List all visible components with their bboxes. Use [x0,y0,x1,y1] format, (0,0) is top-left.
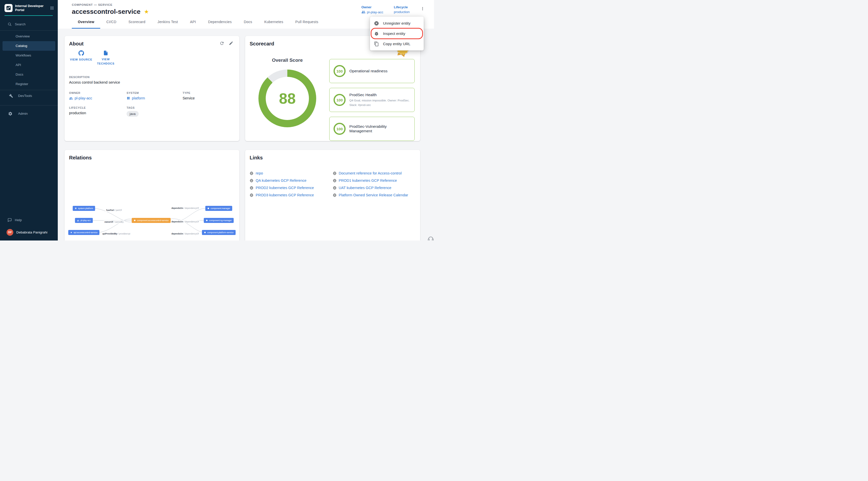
description-section: DESCRIPTION Access control backend servi… [69,75,235,84]
sidebar-item-label: Admin [18,112,28,116]
tab-kubernetes[interactable]: Kubernetes [258,15,289,29]
people-icon [69,96,73,100]
link-label: PROD2 kubernetes GCP Reference [256,186,314,190]
link-label: UAT kubernetes GCP Reference [339,186,392,190]
divider [0,105,58,105]
sidebar-item-label: API [16,63,21,67]
edit-pencil-icon[interactable] [229,41,233,46]
sidebar-item-admin[interactable]: Admin [2,109,55,119]
graph-node-label: system:platform [78,207,93,210]
link-item[interactable]: PROD2 kubernetes GCP Reference [250,186,333,190]
graph-node-component-platform-service[interactable]: component:platform-service [202,230,236,235]
sidebar-item-label: Overview [16,34,30,38]
graph-node-api-accesscontrol-service[interactable]: api:accesscontrol-service [68,230,99,235]
owner-field-label: OWNER [69,91,127,94]
check-title: ProdSec-Vulnerability Management [349,124,403,133]
tab-label: Jenkins Test [157,20,178,24]
relations-title: Relations [69,155,235,161]
tab-jenkins-test[interactable]: Jenkins Test [151,15,184,29]
link-label: Platform Owned Service Release Calendar [339,193,408,197]
owner-link[interactable]: pl-play-acc [362,10,383,14]
lifecycle-block: Lifecycle production [394,5,410,14]
edge-label: dependsOn / dependencyOf [170,206,199,210]
owner-label: Owner [362,5,383,9]
entity-context-menu: Unregister entity Inspect entity Copy en… [370,17,424,51]
graph-node-component-manager[interactable]: component:manager [206,206,232,211]
refresh-icon[interactable] [219,41,224,46]
lifecycle-field-label: LIFECYCLE [69,106,127,109]
sidebar-item-label: DevTools [18,94,32,98]
more-options-icon[interactable] [420,6,425,11]
check-card-prodsec-health[interactable]: 100 ProdSec Health Q4 Goal, mission impo… [329,88,415,112]
tab-cicd[interactable]: CI/CD [100,15,122,29]
help-chat-icon [7,218,12,222]
component-icon [204,231,206,233]
favorite-star-icon[interactable]: ★ [144,9,149,14]
sidebar-item-workflows[interactable]: Workflows [2,51,55,60]
lifecycle-label: Lifecycle [394,5,410,9]
check-card-prodsec-vulnerability[interactable]: 100 ProdSec-Vulnerability Management [329,117,415,141]
donut-hole: 88 [266,77,309,120]
sidebar-item-help[interactable]: Help [0,215,58,225]
check-title: Operational readiness [349,69,388,73]
user-menu[interactable]: DP Debabrata Panigrahi [0,227,58,237]
tab-scorecard[interactable]: Scorecard [123,15,151,29]
links-title: Links [250,155,416,161]
techdocs-icon [103,50,108,56]
divider [0,30,58,31]
support-headset-icon[interactable] [428,235,434,241]
link-label: PROD1 kubernetes GCP Reference [339,179,397,183]
tab-docs[interactable]: Docs [238,15,258,29]
page-title: accesscontrol-service [72,8,141,15]
sidebar-search-label: Search [15,22,26,26]
sidebar-item-catalog[interactable]: Catalog [2,41,55,51]
menu-item-inspect-entity[interactable]: Inspect entity [370,28,424,39]
wrench-icon [9,94,13,98]
graph-node-component-accesscontrol-service[interactable]: component:accesscontrol-service [132,218,170,223]
tab-overview[interactable]: Overview [72,15,100,29]
tab-pull-requests[interactable]: Pull Requests [289,15,324,29]
link-item[interactable]: PROD3 kubernetes GCP Reference [250,193,333,197]
view-source-button[interactable]: VIEW SOURCE [69,50,93,66]
sidebar-item-overview[interactable]: Overview [2,32,55,41]
tab-api[interactable]: API [184,15,202,29]
overall-score-value: 88 [279,90,296,107]
people-icon [77,219,79,222]
menu-item-copy-entity-url[interactable]: Copy entity URL [370,39,424,49]
view-techdocs-button[interactable]: VIEW TECHDOCS [94,50,117,66]
menu-item-unregister-entity[interactable]: Unregister entity [370,18,424,28]
sidebar-item-register[interactable]: Register [2,79,55,89]
tab-dependencies[interactable]: Dependencies [202,15,238,29]
sidebar-item-label: Docs [16,72,23,76]
sidebar-item-label: Catalog [16,44,27,48]
overall-score-donut: 88 [258,69,316,127]
cancel-icon [374,21,379,26]
owner-field-value: pl-play-acc [74,96,92,100]
sidebar-item-label: Workflows [16,54,31,57]
owner-field-link[interactable]: pl-play-acc [69,96,127,100]
link-item[interactable]: Document reference for Access-control [333,171,416,175]
link-item[interactable]: repo [250,171,333,175]
link-item[interactable]: UAT kubernetes GCP Reference [333,186,416,190]
edge-label: dependsOn / dependencyOf [170,232,199,235]
sidebar-item-devtools[interactable]: DevTools [2,91,55,101]
link-label: PROD3 kubernetes GCP Reference [256,193,314,197]
graph-node-system-platform[interactable]: system:platform [73,206,95,211]
link-item[interactable]: PROD1 kubernetes GCP Reference [333,179,416,183]
check-card-operational-readiness[interactable]: 100 Operational readiness [329,59,415,83]
graph-node-pl-play-acc[interactable]: pl-play-acc [75,218,93,223]
sidebar-item-api[interactable]: API [2,60,55,70]
menu-item-label: Copy entity URL [383,42,410,46]
graph-node-label: api:accesscontrol-service [73,231,97,234]
apps-grid-icon[interactable] [50,6,54,10]
graph-node-component-ng-manager[interactable]: component:ng-manager [204,218,234,223]
tab-label: Kubernetes [264,20,283,24]
sidebar-search[interactable]: Search [0,19,58,29]
about-title: About [69,41,84,47]
system-field-link[interactable]: platform [127,96,183,100]
system-field: SYSTEM platform [127,91,183,100]
sidebar-item-docs[interactable]: Docs [2,70,55,79]
link-item[interactable]: Platform Owned Service Release Calendar [333,193,416,197]
tag-chip[interactable]: java [127,111,138,117]
link-item[interactable]: QA kubernetes GCP Reference [250,179,333,183]
